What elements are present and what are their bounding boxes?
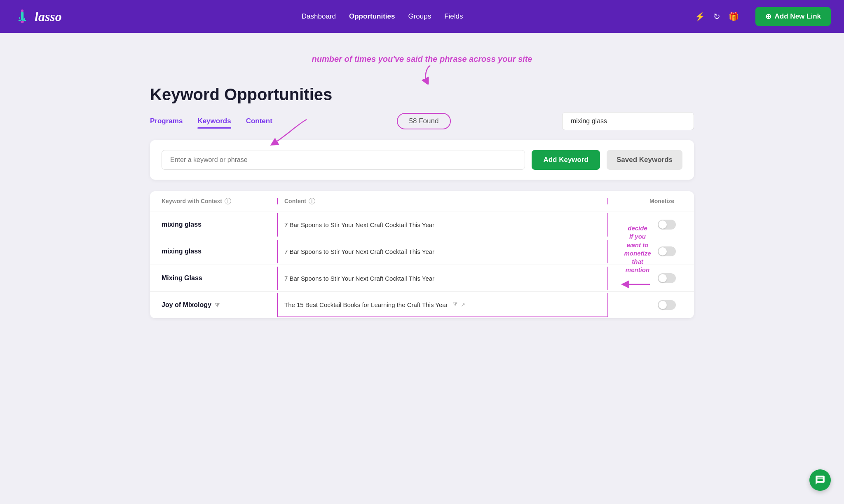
gift-icon[interactable]: 🎁 bbox=[729, 12, 739, 21]
keyword-search-section: Add Keyword Saved Keywords bbox=[150, 140, 694, 180]
keyword-input[interactable] bbox=[162, 150, 525, 170]
annotation-top-text: number of times you've said the phrase a… bbox=[150, 45, 694, 64]
monetize-toggle-1[interactable] bbox=[658, 220, 676, 230]
keyword-cell: Joy of Mixology ⧩ bbox=[162, 301, 277, 309]
content-cell: 7 Bar Spoons to Stir Your Next Craft Coc… bbox=[277, 213, 608, 237]
table-row: mixing glass 7 Bar Spoons to Stir Your N… bbox=[150, 238, 694, 265]
header: lasso Dashboard Opportunities Groups Fie… bbox=[0, 0, 844, 33]
found-badge-area: 58 Found bbox=[286, 113, 562, 129]
monetize-toggle-2[interactable] bbox=[658, 246, 676, 256]
table-row: Joy of Mixology ⧩ The 15 Best Cocktail B… bbox=[150, 292, 694, 318]
found-badge: 58 Found bbox=[397, 113, 451, 129]
content-cell: 7 Bar Spoons to Stir Your Next Craft Coc… bbox=[277, 267, 608, 290]
col-header-monetize: Monetize bbox=[608, 198, 682, 204]
keyword-info-icon[interactable]: i bbox=[225, 198, 231, 204]
page-title: Keyword Opportunities bbox=[150, 85, 694, 104]
monetize-cell bbox=[608, 246, 682, 256]
col-header-content: Content i bbox=[277, 198, 608, 204]
table-header: Keyword with Context i Content i Monetiz… bbox=[150, 191, 694, 211]
col-header-keyword: Keyword with Context i bbox=[162, 198, 277, 204]
main-nav: Dashboard Opportunities Groups Fields bbox=[87, 12, 678, 21]
plus-circle-icon: ⊕ bbox=[765, 12, 771, 21]
logo-area: lasso bbox=[13, 7, 62, 26]
logo-icon bbox=[13, 7, 31, 26]
chat-button[interactable] bbox=[809, 469, 831, 491]
svg-point-2 bbox=[21, 9, 23, 12]
tabs-row: Programs Keywords Content 58 Found bbox=[150, 112, 694, 130]
keyword-search-bar: Add Keyword Saved Keywords bbox=[150, 140, 694, 180]
nav-opportunities[interactable]: Opportunities bbox=[349, 12, 395, 21]
tab-programs[interactable]: Programs bbox=[150, 114, 191, 129]
monetize-cell bbox=[608, 273, 682, 283]
saved-keywords-button[interactable]: Saved Keywords bbox=[607, 150, 682, 170]
nav-dashboard[interactable]: Dashboard bbox=[302, 12, 336, 21]
monetize-toggle-4[interactable] bbox=[658, 300, 676, 310]
lightning-icon[interactable]: ⚡ bbox=[695, 12, 705, 21]
nav-fields[interactable]: Fields bbox=[444, 12, 463, 21]
tabs: Programs Keywords Content bbox=[150, 114, 286, 129]
svg-rect-3 bbox=[21, 21, 24, 23]
content-info-icon[interactable]: i bbox=[309, 198, 315, 204]
monetize-cell bbox=[608, 300, 682, 310]
main-content: number of times you've said the phrase a… bbox=[134, 33, 710, 330]
keyword-cell: mixing glass bbox=[162, 221, 277, 228]
content-cell: 7 Bar Spoons to Stir Your Next Craft Coc… bbox=[277, 240, 608, 263]
annotation-arrow-down bbox=[150, 64, 694, 84]
header-icons: ⚡ ↻ 🎁 bbox=[695, 12, 739, 21]
table-row: mixing glass 7 Bar Spoons to Stir Your N… bbox=[150, 211, 694, 238]
add-new-link-button[interactable]: ⊕ Add New Link bbox=[755, 7, 831, 26]
nav-groups[interactable]: Groups bbox=[408, 12, 431, 21]
keyword-cell: Mixing Glass bbox=[162, 274, 277, 282]
tab-content[interactable]: Content bbox=[246, 114, 281, 129]
keywords-table: Keyword with Context i Content i Monetiz… bbox=[150, 191, 694, 318]
monetize-toggle-3[interactable] bbox=[658, 273, 676, 283]
tab-keywords[interactable]: Keywords bbox=[197, 114, 239, 129]
add-keyword-button[interactable]: Add Keyword bbox=[532, 150, 600, 170]
keyword-cell: mixing glass bbox=[162, 248, 277, 255]
logo-text: lasso bbox=[35, 9, 62, 24]
monetize-cell bbox=[608, 220, 682, 230]
keyword-search-right[interactable] bbox=[562, 112, 694, 130]
content-cell: The 15 Best Cocktail Books for Learning … bbox=[277, 293, 608, 317]
table-row: Mixing Glass 7 Bar Spoons to Stir Your N… bbox=[150, 265, 694, 292]
refresh-icon[interactable]: ↻ bbox=[713, 12, 720, 21]
external-link-icon[interactable]: ↗ bbox=[461, 302, 465, 308]
add-new-link-label: Add New Link bbox=[775, 12, 821, 21]
filter-icon[interactable]: ⧩ bbox=[215, 302, 220, 309]
filter-icon-content[interactable]: ⧩ bbox=[453, 301, 457, 308]
